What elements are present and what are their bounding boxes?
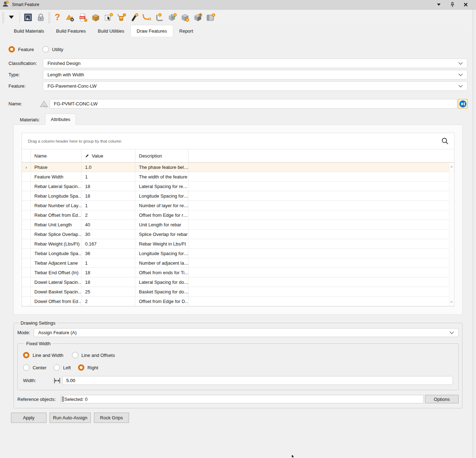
pencil-icon <box>85 154 89 158</box>
tab-build-materials[interactable]: Build Materials <box>8 26 50 37</box>
radio-center[interactable]: Center <box>23 364 46 371</box>
fixture-tool-button[interactable] <box>115 11 128 24</box>
radio-right[interactable]: Right <box>78 364 98 371</box>
close-button[interactable] <box>463 1 469 8</box>
cube-gear-button[interactable] <box>179 11 191 24</box>
cell-filler <box>189 258 454 267</box>
lock-button[interactable] <box>34 11 47 24</box>
table-row[interactable]: Rebar Longitude Spa… 18 Longitude Spacin… <box>22 191 454 201</box>
grid-search-button[interactable] <box>441 137 449 145</box>
export-image-button[interactable] <box>64 11 77 24</box>
table-row[interactable]: Rebar Lateral Spacin… 18 Lateral Spacing… <box>22 182 454 191</box>
table-row[interactable]: Rebar Weight (Lbs/Ft) 0.167 Rebar Weight… <box>22 239 454 249</box>
cell-value[interactable]: 18 <box>82 191 135 200</box>
table-row[interactable]: Rebar Offset from Ed… 2 Offset from Edge… <box>22 210 454 220</box>
cell-value[interactable]: 18 <box>82 268 135 277</box>
table-row[interactable]: Dowel Basket Spacin… 25 Basket Spacing f… <box>22 287 454 297</box>
table-row[interactable]: Dowel Lateral Spacin… 18 Lateral Spacing… <box>22 277 454 287</box>
cell-value[interactable]: 1.0 <box>82 162 135 172</box>
radio-line-and-offsets[interactable]: Line and Offsets <box>72 352 115 358</box>
name-input[interactable] <box>50 99 457 109</box>
vertical-scrollbar[interactable] <box>449 163 454 306</box>
row-indicator <box>22 182 31 191</box>
cell-value[interactable]: 2 <box>82 297 135 306</box>
table-row[interactable]: Tiebar Adjacent Lane 1 Number of adjacen… <box>22 258 454 268</box>
pick-name-button[interactable] <box>458 99 467 109</box>
table-row[interactable]: Tiebar End Offset (In) 18 Offset from en… <box>22 268 454 277</box>
pin-button[interactable] <box>449 1 455 8</box>
table-row[interactable]: Rebar Unit Length 40 Unit Length for reb… <box>22 220 454 230</box>
grid-axes-button[interactable] <box>153 11 166 24</box>
mouse-cursor <box>291 454 295 458</box>
mode-dropdown[interactable]: Assign Feature (A) <box>34 328 459 337</box>
report-book-button[interactable] <box>204 11 217 24</box>
active-window-icon <box>23 13 33 22</box>
cube-add-button[interactable] <box>191 11 204 24</box>
radio-icon <box>78 364 84 371</box>
help-button[interactable]: ? <box>51 11 64 24</box>
header-name[interactable]: Name <box>31 149 82 162</box>
cell-value[interactable]: 18 <box>82 182 135 191</box>
radio-left[interactable]: Left <box>54 364 71 371</box>
subtab-attributes[interactable]: Attributes <box>45 114 76 125</box>
cell-value[interactable]: 25 <box>82 287 135 296</box>
tab-report[interactable]: Report <box>173 26 199 37</box>
radio-icon <box>54 364 60 371</box>
width-input[interactable] <box>62 376 453 385</box>
header-value[interactable]: Value <box>82 149 135 162</box>
toolbar-grip[interactable] <box>2 12 4 23</box>
apply-button[interactable]: Apply <box>11 413 46 423</box>
width-dimension-icon <box>53 377 62 384</box>
feature-dropdown[interactable]: FG-Pavement-Conc-LW <box>43 81 467 91</box>
scroll-up-arrow[interactable] <box>450 165 453 167</box>
toolbar-grip[interactable] <box>48 12 50 23</box>
subtab-materials[interactable]: Materials: <box>15 114 45 125</box>
draw-polyline-button[interactable] <box>140 11 153 24</box>
radio-line-and-width[interactable]: Line and Width <box>23 352 63 358</box>
cell-value[interactable]: 0.167 <box>82 239 135 248</box>
tab-build-utilities[interactable]: Build Utilities <box>92 26 130 37</box>
cell-value[interactable]: 2 <box>82 210 135 220</box>
panel-menu-button[interactable] <box>436 1 442 8</box>
run-auto-assign-button[interactable]: Run Auto-Assign <box>50 413 91 423</box>
group-by-bar[interactable]: Drag a column header here to group by th… <box>22 133 454 149</box>
table-row[interactable]: Tiebar Longitude Spa… 36 Longitude Spaci… <box>22 249 454 258</box>
table-row[interactable]: Dowel Offset from Ed… 2 Offset from Edge… <box>22 297 454 306</box>
scroll-down-arrow[interactable] <box>450 301 453 303</box>
cell-name: Dowel Basket Spacin… <box>31 287 82 296</box>
cell-value[interactable]: 40 <box>82 220 135 229</box>
export-pdf-button[interactable]: PDF <box>77 11 89 24</box>
type-dropdown[interactable]: Length with Width <box>43 70 467 79</box>
active-window-button[interactable] <box>22 11 34 24</box>
export-pdf-icon: PDF <box>78 13 88 22</box>
table-row[interactable]: Feature Width 1 The width of the feature <box>22 172 454 182</box>
options-button[interactable]: Options <box>425 395 459 403</box>
tab-build-features[interactable]: Build Features <box>50 26 92 37</box>
select-objects-button[interactable] <box>102 11 115 24</box>
draw-pen-button[interactable] <box>128 11 140 24</box>
tab-draw-features[interactable]: Draw Features <box>130 25 173 37</box>
table-row[interactable]: Rebar Number of Lay… 1 Number of layer f… <box>22 201 454 210</box>
material-box-button[interactable] <box>89 11 102 24</box>
reference-objects-input[interactable]: Selected: 0 <box>61 395 424 403</box>
cell-value[interactable]: 30 <box>82 230 135 239</box>
rock-grips-button[interactable]: Rock Grips <box>94 413 129 423</box>
cell-value[interactable]: 36 <box>82 249 135 258</box>
classification-dropdown[interactable]: Finished Design <box>43 59 467 68</box>
cube-axes-button[interactable] <box>166 11 179 24</box>
radio-icon <box>23 352 29 358</box>
cell-description: Offset from Edge for r… <box>135 210 189 220</box>
select-objects-icon <box>104 13 113 22</box>
cell-filler <box>189 239 454 248</box>
cell-value[interactable]: 1 <box>82 172 135 181</box>
width-row: Width: <box>23 376 453 385</box>
toolbar-overflow-button[interactable] <box>5 11 18 24</box>
radio-feature[interactable]: Feature <box>9 46 34 53</box>
cell-value[interactable]: 18 <box>82 277 135 287</box>
table-row[interactable]: › Phase 1.0 The phase feature bel… <box>22 162 454 172</box>
table-row[interactable]: Rebar Splice Overlap… 30 Splice Overlap … <box>22 230 454 239</box>
radio-utility[interactable]: Utility <box>43 46 63 53</box>
cell-value[interactable]: 1 <box>82 201 135 210</box>
cell-value[interactable]: 1 <box>82 258 135 267</box>
header-description[interactable]: Description <box>135 149 189 162</box>
